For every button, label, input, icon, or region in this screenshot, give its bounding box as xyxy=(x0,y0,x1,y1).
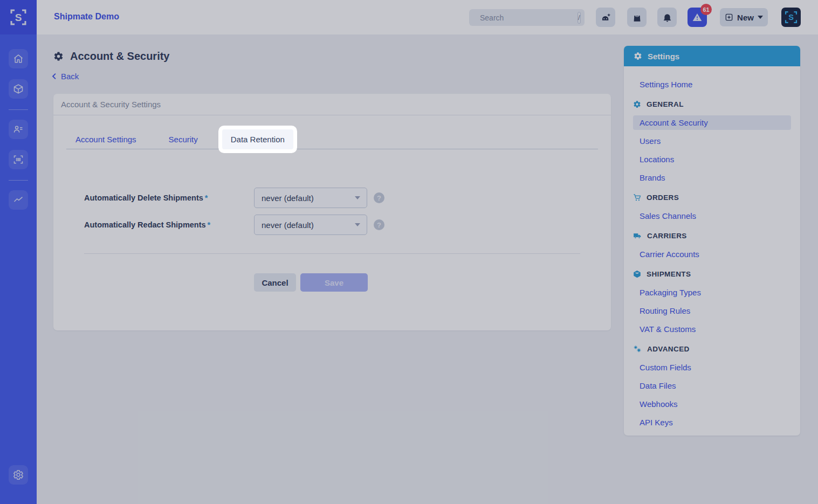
tour-dim-overlay xyxy=(0,0,818,504)
tab-data-retention[interactable]: Data Retention xyxy=(222,129,293,149)
